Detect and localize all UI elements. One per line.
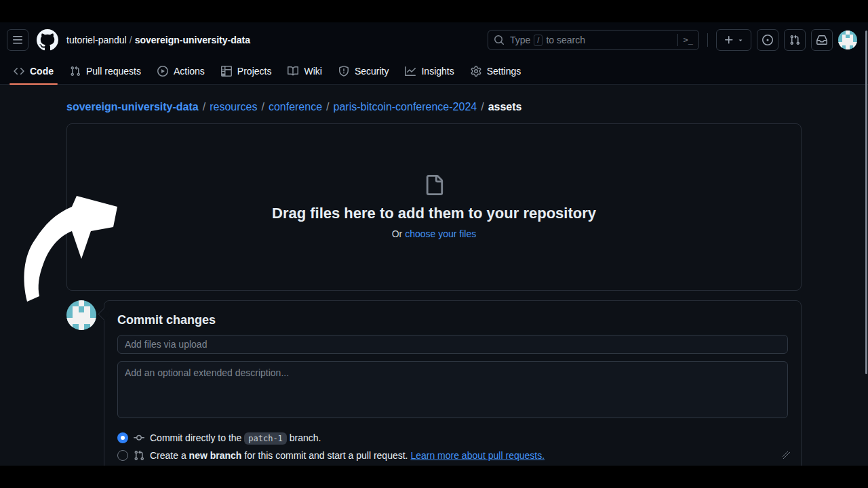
git-pull-request-icon — [134, 450, 144, 461]
hamburger-icon — [12, 35, 23, 45]
search-icon — [494, 35, 505, 45]
table-icon — [221, 66, 232, 77]
repo-name-link[interactable]: sovereign-university-data — [135, 35, 250, 45]
code-icon — [14, 66, 24, 77]
book-icon — [288, 66, 298, 77]
breadcrumb-separator: / — [130, 35, 132, 45]
new-branch-option: Create a new branch for this commit and … — [117, 450, 788, 461]
plus-icon — [724, 35, 734, 45]
dropzone-or-text: Or — [392, 228, 403, 239]
breadcrumb-separator: / — [326, 101, 329, 113]
header-actions: Type / to search >_ — [488, 29, 857, 51]
tab-label: Actions — [174, 66, 205, 77]
learn-more-link[interactable]: Learn more about pull requests. — [410, 450, 545, 461]
dropzone-title: Drag files here to add them to your repo… — [272, 205, 596, 222]
breadcrumb-current: assets — [488, 101, 522, 113]
github-logo-icon[interactable] — [37, 29, 58, 51]
breadcrumb-repo-link[interactable]: sovereign-university-data — [66, 101, 199, 113]
breadcrumb-segment-link[interactable]: paris-bitcoin-conference-2024 — [334, 101, 477, 113]
commit-box-caret — [98, 308, 110, 320]
command-palette-icon[interactable]: >_ — [684, 35, 693, 45]
tab-label: Pull requests — [86, 66, 141, 77]
issue-opened-icon — [762, 35, 773, 45]
repo-owner-link[interactable]: tutoriel-pandul — [66, 35, 127, 45]
commit-direct-option: Commit directly to the patch-1 branch. — [117, 432, 788, 443]
tab-label: Settings — [487, 66, 521, 77]
radio-commit-direct[interactable] — [117, 432, 128, 443]
branch-badge: patch-1 — [244, 432, 287, 445]
breadcrumb-segment-link[interactable]: resources — [210, 101, 257, 113]
tab-label: Projects — [237, 66, 272, 77]
search-placeholder-pre: Type — [510, 35, 530, 45]
commit-author-avatar — [66, 300, 96, 330]
search-divider — [677, 34, 678, 46]
scrollbar-thumb[interactable] — [865, 30, 867, 374]
commit-message-input[interactable] — [117, 335, 788, 354]
tab-insights[interactable]: Insights — [398, 58, 460, 84]
identicon — [838, 30, 857, 49]
commit-form: Commit changes Commit directly to the pa… — [104, 300, 802, 466]
inbox-icon — [816, 35, 827, 45]
search-input[interactable]: Type / to search >_ — [488, 30, 699, 50]
header-divider — [707, 33, 708, 47]
tab-label: Security — [355, 66, 389, 77]
breadcrumb-separator: / — [481, 101, 484, 113]
play-icon — [157, 66, 168, 77]
gear-icon — [471, 66, 481, 77]
commit-description-textarea[interactable] — [117, 361, 788, 418]
user-avatar[interactable] — [838, 30, 857, 49]
commit-section: Commit changes Commit directly to the pa… — [66, 300, 802, 466]
pull-requests-button[interactable] — [784, 29, 806, 51]
tab-security[interactable]: Security — [332, 58, 396, 84]
create-new-button[interactable] — [716, 29, 751, 51]
inbox-button[interactable] — [811, 29, 833, 51]
commit-direct-label: Commit directly to the patch-1 branch. — [150, 432, 321, 443]
identicon — [66, 300, 96, 330]
tab-pull-requests[interactable]: Pull requests — [63, 58, 148, 84]
main-content: sovereign-university-data/resources/conf… — [66, 101, 802, 466]
shield-icon — [338, 66, 349, 77]
breadcrumb-segment-link[interactable]: conference — [269, 101, 322, 113]
tab-projects[interactable]: Projects — [214, 58, 279, 84]
git-pull-request-icon — [789, 35, 800, 45]
file-icon — [424, 175, 444, 195]
tab-actions[interactable]: Actions — [151, 58, 212, 84]
tab-label: Insights — [421, 66, 454, 77]
textarea-resize-handle[interactable] — [783, 451, 790, 459]
git-pull-request-icon — [70, 66, 81, 77]
tab-code[interactable]: Code — [7, 58, 60, 84]
file-dropzone[interactable]: Drag files here to add them to your repo… — [66, 123, 802, 291]
repo-navbar: Code Pull requests Actions Projects Wiki… — [0, 58, 868, 85]
tab-settings[interactable]: Settings — [464, 58, 528, 84]
slash-keycap-icon: / — [534, 35, 542, 46]
graph-icon — [405, 66, 416, 77]
tab-label: Wiki — [304, 66, 321, 77]
search-placeholder-post: to search — [546, 35, 585, 45]
tab-wiki[interactable]: Wiki — [281, 58, 328, 84]
radio-new-branch[interactable] — [117, 450, 128, 461]
commit-form-title: Commit changes — [117, 313, 788, 327]
hamburger-menu-button[interactable] — [7, 29, 28, 51]
page-viewport: tutoriel-pandul/sovereign-university-dat… — [0, 22, 868, 466]
issues-button[interactable] — [757, 29, 778, 51]
header-repo-breadcrumb: tutoriel-pandul/sovereign-university-dat… — [66, 35, 250, 45]
choose-files-link[interactable]: choose your files — [405, 228, 476, 239]
breadcrumb-separator: / — [261, 101, 264, 113]
global-header: tutoriel-pandul/sovereign-university-dat… — [0, 22, 868, 58]
git-commit-icon — [134, 432, 144, 443]
breadcrumb-separator: / — [203, 101, 205, 113]
breadcrumb: sovereign-university-data/resources/conf… — [66, 101, 802, 113]
tab-label: Code — [30, 66, 54, 77]
chevron-down-icon — [737, 37, 744, 43]
new-branch-label: Create a new branch for this commit and … — [150, 450, 545, 461]
